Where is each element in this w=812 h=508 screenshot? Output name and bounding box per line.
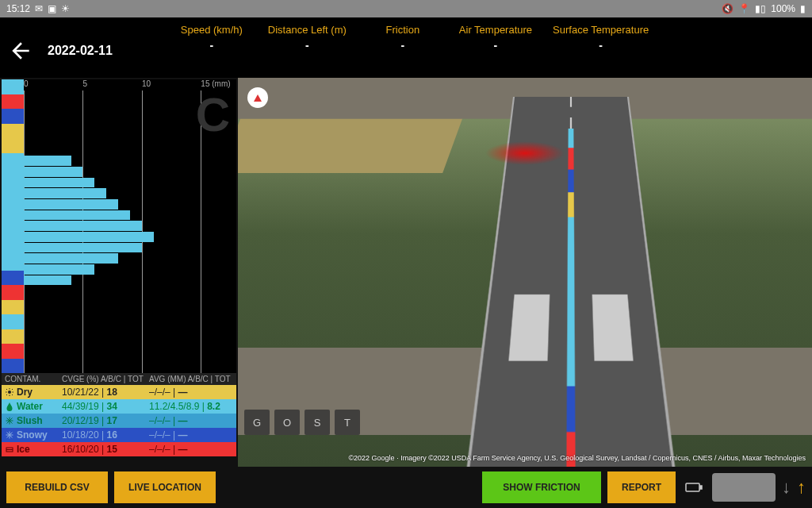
svg-line-7: [6, 394, 7, 395]
svg-point-0: [8, 391, 11, 394]
metric-speed: Speed (km/h) -: [176, 24, 247, 52]
runway-condition-line: [562, 129, 579, 467]
arrow-down-icon[interactable]: ↓: [782, 477, 791, 498]
table-row[interactable]: Water44/39/19 | 3411.2/4.5/8.9 | 8.2: [2, 399, 236, 414]
arrow-up-icon[interactable]: ↑: [797, 477, 806, 498]
vehicle-location-marker: [485, 141, 565, 165]
show-friction-button[interactable]: SHOW FRICTION: [482, 471, 601, 503]
rebuild-csv-button[interactable]: REBUILD CSV: [6, 471, 108, 503]
map-btn-g[interactable]: G: [244, 410, 270, 435]
status-battery: 100%: [771, 3, 795, 14]
svg-rect-20: [700, 486, 702, 489]
map-attribution: ©2022 Google · Imagery ©2022 USDA Farm S…: [348, 454, 806, 462]
map-view[interactable]: G O S T ©2022 Google · Imagery ©2022 USD…: [238, 78, 812, 467]
battery-icon: ▮: [800, 3, 806, 14]
map-btn-s[interactable]: S: [304, 410, 330, 435]
svg-line-8: [12, 389, 13, 390]
back-arrow-icon[interactable]: [8, 38, 33, 64]
compass-icon[interactable]: [247, 87, 268, 108]
table-row[interactable]: Ice16/10/20 | 15–/–/– | —: [2, 442, 236, 456]
contamination-table: CONTAM. CVGE (%) A/B/C | TOT AVG (MM) A/…: [2, 373, 236, 456]
th-cvge: CVGE (%) A/B/C | TOT: [62, 375, 149, 383]
snow-icon: [5, 430, 14, 440]
svg-line-5: [6, 389, 7, 390]
metric-airtemp: Air Temperature -: [459, 24, 532, 52]
table-row[interactable]: Dry10/21/22 | 18–/–/– | —: [2, 385, 236, 399]
metric-surftemp: Surface Temperature -: [553, 24, 649, 52]
weather-icon: ☀: [61, 3, 70, 14]
report-button[interactable]: REPORT: [607, 471, 676, 503]
metric-distance: Distance Left (m) -: [268, 24, 347, 52]
map-btn-o[interactable]: O: [274, 410, 300, 435]
metric-friction: Friction -: [367, 24, 439, 52]
th-avg: AVG (MM) A/B/C | TOT: [149, 375, 233, 383]
depth-bars: [24, 90, 236, 373]
map-layer-buttons: G O S T: [244, 410, 360, 435]
ice-icon: [5, 444, 14, 454]
location-icon: 📍: [738, 3, 750, 14]
th-contam: CONTAM.: [5, 375, 62, 383]
table-row[interactable]: Slush20/12/19 | 17–/–/– | —: [2, 414, 236, 428]
mute-icon: 🔇: [722, 3, 733, 14]
session-date: 2022-02-11: [48, 44, 113, 58]
sun-icon: [5, 387, 14, 397]
table-row[interactable]: Snowy10/18/20 | 16–/–/– | —: [2, 428, 236, 442]
live-location-button[interactable]: LIVE LOCATION: [114, 471, 216, 503]
device-battery-icon: [682, 471, 706, 503]
svg-rect-19: [686, 483, 699, 491]
metrics-row: Speed (km/h) - Distance Left (m) - Frict…: [176, 24, 649, 52]
image-icon: ▣: [48, 3, 56, 14]
mail-icon: ✉: [35, 3, 43, 14]
signal-icon: ▮▯: [755, 3, 766, 14]
svg-line-6: [12, 394, 13, 395]
status-time: 15:12: [6, 3, 30, 14]
slider-control[interactable]: [712, 473, 776, 502]
depth-chart: 051015 (mm) C: [2, 79, 236, 373]
left-panel: 051015 (mm) C CONTAM. CVGE (%) A/B/C | T…: [0, 78, 238, 467]
drop-icon: [5, 402, 14, 411]
footer-toolbar: REBUILD CSV LIVE LOCATION SHOW FRICTION …: [0, 467, 812, 508]
app-header: 2022-02-11 Speed (km/h) - Distance Left …: [0, 17, 812, 78]
android-status-bar: 15:12 ✉ ▣ ☀ 🔇 📍 ▮▯ 100% ▮: [0, 0, 812, 17]
contamination-strip: [2, 79, 24, 373]
slush-icon: [5, 416, 14, 425]
map-btn-t[interactable]: T: [335, 410, 360, 435]
